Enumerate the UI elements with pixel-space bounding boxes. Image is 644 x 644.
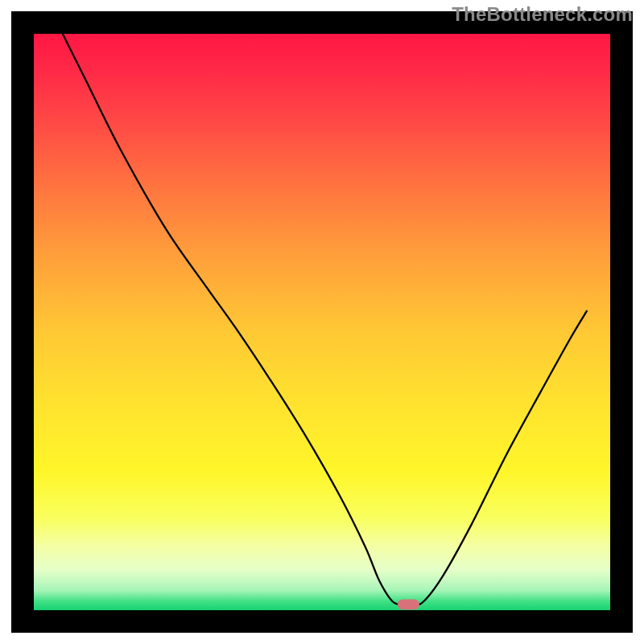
watermark-text: TheBottleneck.com bbox=[452, 3, 633, 26]
optimal-point-marker bbox=[398, 599, 419, 609]
bottleneck-chart bbox=[0, 0, 644, 644]
chart-container: TheBottleneck.com bbox=[0, 0, 644, 644]
gradient-background bbox=[34, 34, 610, 610]
